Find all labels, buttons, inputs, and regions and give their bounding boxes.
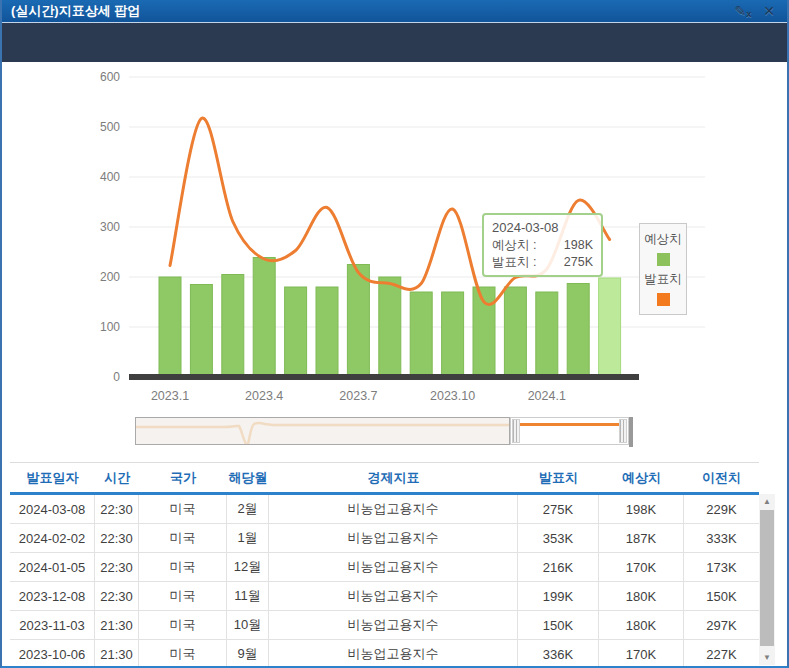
bar[interactable] [536, 292, 558, 377]
table-cell: 미국 [139, 611, 227, 639]
bar[interactable] [190, 285, 212, 378]
table-cell: 21:30 [95, 640, 139, 668]
table-cell: 297K [684, 611, 759, 639]
bar[interactable] [504, 287, 526, 377]
x-axis-baseline [129, 374, 639, 380]
table-cell: 187K [599, 524, 684, 552]
table-cell: 미국 [139, 495, 227, 523]
scroll-up-icon[interactable]: ▲ [759, 494, 775, 509]
table-cell: 12월 [227, 553, 269, 581]
chart-range-navigator[interactable] [135, 417, 633, 447]
table-cell: 170K [599, 553, 684, 581]
table-cell: 2023-12-08 [10, 582, 95, 610]
bar[interactable] [599, 278, 621, 377]
bar[interactable] [222, 275, 244, 378]
column-header-2: 시간 [95, 469, 139, 487]
table-row[interactable]: 2023-12-0822:30미국11월비농업고용지수199K180K150K [10, 582, 759, 611]
header-band [2, 22, 787, 62]
table-cell: 22:30 [95, 495, 139, 523]
table-cell: 미국 [139, 553, 227, 581]
navigator-left-handle[interactable] [512, 419, 520, 443]
bar[interactable] [316, 287, 338, 377]
table-cell: 336K [518, 640, 599, 668]
bar[interactable] [567, 284, 589, 378]
x-axis-label: 2023.4 [245, 389, 283, 403]
table-cell: 2024-03-08 [10, 495, 95, 523]
bar[interactable] [253, 258, 275, 378]
table-row[interactable]: 2024-03-0822:30미국2월비농업고용지수275K198K229K [10, 495, 759, 524]
table-cell: 비농업고용지수 [269, 611, 518, 639]
table-cell: 비농업고용지수 [269, 582, 518, 610]
navigator-selected-zone[interactable] [510, 417, 629, 445]
table-cell: 9월 [227, 640, 269, 668]
table-cell: 비농업고용지수 [269, 495, 518, 523]
x-axis-label: 2023.7 [339, 389, 377, 403]
table-cell: 199K [518, 582, 599, 610]
table-scrollbar[interactable]: ▲ ▼ [759, 494, 775, 665]
titlebar-icons: ✎ₓ ✕ [734, 4, 787, 18]
y-axis-label: 300 [100, 220, 120, 234]
table-cell: 275K [518, 495, 599, 523]
navigator-unselected-zone[interactable] [135, 417, 510, 445]
chart-legend: 예상치 발표치 [639, 223, 687, 315]
titlebar[interactable]: (실시간)지표상세 팝업 ✎ₓ ✕ [2, 0, 787, 22]
table-cell: 22:30 [95, 553, 139, 581]
table-cell: 21:30 [95, 611, 139, 639]
table-cell: 2023-11-03 [10, 611, 95, 639]
legend-swatch-expected[interactable] [657, 253, 670, 266]
close-icon[interactable]: ✕ [763, 4, 775, 18]
table-cell: 미국 [139, 582, 227, 610]
table-header-row: 발표일자시간국가해당월경제지표발표치예상치이전치 [10, 462, 759, 495]
table-cell: 2월 [227, 495, 269, 523]
x-axis-label: 2023.1 [151, 389, 189, 403]
legend-label-actual[interactable]: 발표치 [644, 271, 682, 288]
popup-window: (실시간)지표상세 팝업 ✎ₓ ✕ 0100200300400500600202… [0, 0, 789, 668]
table-cell: 353K [518, 524, 599, 552]
column-header-4: 해당월 [227, 469, 269, 487]
column-header-7: 예상치 [599, 469, 684, 487]
bar[interactable] [379, 277, 401, 377]
table-cell: 11월 [227, 582, 269, 610]
scroll-down-icon[interactable]: ▼ [759, 650, 775, 665]
table-cell: 1월 [227, 524, 269, 552]
column-header-3: 국가 [139, 469, 227, 487]
tooltip-label: 예상치 : [492, 237, 536, 254]
chart-tooltip: 2024-03-08 예상치 : 198K 발표치 : 275K [482, 213, 603, 277]
y-axis-label: 400 [100, 170, 120, 184]
table-row[interactable]: 2024-02-0222:30미국1월비농업고용지수353K187K333K [10, 524, 759, 553]
table-cell: 2024-01-05 [10, 553, 95, 581]
bar[interactable] [347, 265, 369, 378]
bar[interactable] [159, 277, 181, 377]
y-axis-label: 100 [100, 320, 120, 334]
table-body: 2024-03-0822:30미국2월비농업고용지수275K198K229K20… [10, 495, 759, 668]
y-axis-label: 0 [113, 370, 120, 384]
window-title: (실시간)지표상세 팝업 [2, 2, 140, 20]
table-row[interactable]: 2023-11-0321:30미국10월비농업고용지수150K180K297K [10, 611, 759, 640]
y-axis-label: 500 [100, 120, 120, 134]
pin-icon[interactable]: ✎ₓ [734, 4, 751, 18]
legend-swatch-actual[interactable] [657, 293, 670, 306]
data-table: 발표일자시간국가해당월경제지표발표치예상치이전치 2024-03-0822:30… [10, 462, 759, 668]
scrollbar-thumb[interactable] [760, 510, 774, 646]
navigator-end-cap[interactable] [629, 417, 633, 447]
table-cell: 173K [684, 553, 759, 581]
x-axis-label: 2024.1 [528, 389, 566, 403]
tooltip-row: 예상치 : 198K [492, 237, 593, 254]
bar[interactable] [442, 292, 464, 377]
chart: 01002003004005006002023.12023.42023.7202… [2, 62, 722, 414]
table-cell: 2023-10-06 [10, 640, 95, 668]
bar[interactable] [410, 292, 432, 377]
column-header-8: 이전치 [684, 469, 759, 487]
y-axis-label: 600 [100, 70, 120, 84]
bar[interactable] [285, 287, 307, 377]
table-cell: 미국 [139, 640, 227, 668]
legend-label-expected[interactable]: 예상치 [644, 231, 682, 248]
table-cell: 216K [518, 553, 599, 581]
table-row[interactable]: 2023-10-0621:30미국9월비농업고용지수336K170K227K [10, 640, 759, 668]
table-cell: 150K [684, 582, 759, 610]
table-cell: 22:30 [95, 582, 139, 610]
navigator-right-handle[interactable] [619, 419, 627, 443]
table-row[interactable]: 2024-01-0522:30미국12월비농업고용지수216K170K173K [10, 553, 759, 582]
table-cell: 180K [599, 611, 684, 639]
column-header-1: 발표일자 [10, 469, 95, 487]
